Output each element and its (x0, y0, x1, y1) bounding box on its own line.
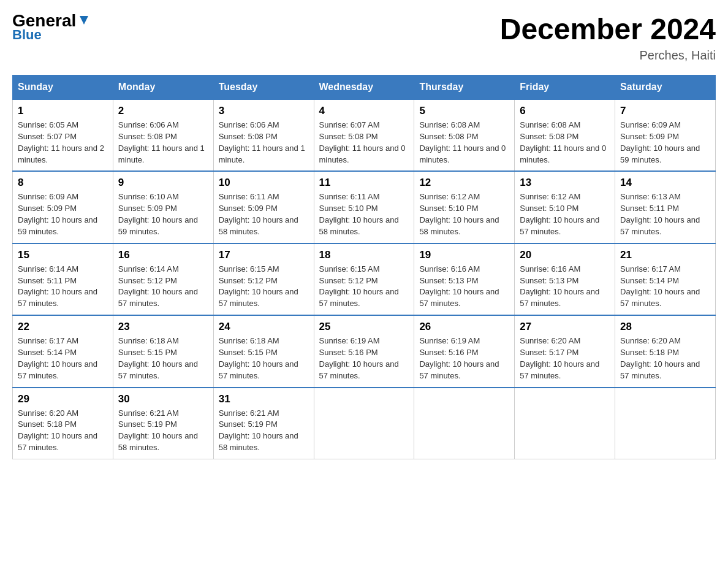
calendar-cell: 14Sunrise: 6:13 AMSunset: 5:11 PMDayligh… (615, 171, 716, 243)
day-info: Sunrise: 6:19 AMSunset: 5:16 PMDaylight:… (419, 335, 509, 381)
calendar-cell: 23Sunrise: 6:18 AMSunset: 5:15 PMDayligh… (113, 315, 213, 387)
day-number: 23 (118, 321, 208, 333)
day-number: 26 (419, 321, 509, 333)
calendar-cell: 31Sunrise: 6:21 AMSunset: 5:19 PMDayligh… (213, 388, 314, 459)
day-number: 27 (520, 321, 610, 333)
day-info: Sunrise: 6:21 AMSunset: 5:19 PMDaylight:… (118, 408, 208, 454)
title-section: December 2024 Perches, Haiti (500, 12, 716, 63)
calendar-cell: 13Sunrise: 6:12 AMSunset: 5:10 PMDayligh… (515, 171, 615, 243)
day-info: Sunrise: 6:07 AMSunset: 5:08 PMDaylight:… (319, 120, 409, 166)
calendar-cell: 6Sunrise: 6:08 AMSunset: 5:08 PMDaylight… (515, 99, 615, 171)
day-info: Sunrise: 6:15 AMSunset: 5:12 PMDaylight:… (219, 264, 309, 310)
day-info: Sunrise: 6:17 AMSunset: 5:14 PMDaylight:… (620, 264, 710, 310)
calendar-cell: 28Sunrise: 6:20 AMSunset: 5:18 PMDayligh… (615, 315, 716, 387)
day-info: Sunrise: 6:20 AMSunset: 5:17 PMDaylight:… (520, 335, 610, 381)
calendar-cell: 5Sunrise: 6:08 AMSunset: 5:08 PMDaylight… (414, 99, 515, 171)
day-info: Sunrise: 6:10 AMSunset: 5:09 PMDaylight:… (118, 191, 208, 237)
day-number: 5 (419, 105, 509, 117)
day-number: 19 (419, 249, 509, 261)
calendar-cell: 15Sunrise: 6:14 AMSunset: 5:11 PMDayligh… (13, 243, 113, 315)
calendar-cell: 4Sunrise: 6:07 AMSunset: 5:08 PMDaylight… (314, 99, 414, 171)
calendar-week-5: 29Sunrise: 6:20 AMSunset: 5:18 PMDayligh… (13, 388, 716, 459)
day-number: 20 (520, 249, 610, 261)
calendar-cell (615, 388, 716, 459)
calendar-cell: 17Sunrise: 6:15 AMSunset: 5:12 PMDayligh… (213, 243, 314, 315)
calendar-cell: 21Sunrise: 6:17 AMSunset: 5:14 PMDayligh… (615, 243, 716, 315)
calendar-table: SundayMondayTuesdayWednesdayThursdayFrid… (12, 75, 716, 459)
day-info: Sunrise: 6:08 AMSunset: 5:08 PMDaylight:… (419, 120, 509, 166)
calendar-cell: 12Sunrise: 6:12 AMSunset: 5:10 PMDayligh… (414, 171, 515, 243)
day-number: 17 (219, 249, 309, 261)
day-number: 18 (319, 249, 409, 261)
day-info: Sunrise: 6:08 AMSunset: 5:08 PMDaylight:… (520, 120, 610, 166)
day-number: 9 (118, 177, 208, 189)
day-info: Sunrise: 6:21 AMSunset: 5:19 PMDaylight:… (219, 408, 309, 454)
day-info: Sunrise: 6:09 AMSunset: 5:09 PMDaylight:… (18, 191, 108, 237)
calendar-cell: 10Sunrise: 6:11 AMSunset: 5:09 PMDayligh… (213, 171, 314, 243)
day-info: Sunrise: 6:14 AMSunset: 5:11 PMDaylight:… (18, 264, 108, 310)
day-info: Sunrise: 6:05 AMSunset: 5:07 PMDaylight:… (18, 120, 108, 166)
day-number: 24 (219, 321, 309, 333)
day-info: Sunrise: 6:17 AMSunset: 5:14 PMDaylight:… (18, 335, 108, 381)
page-subtitle: Perches, Haiti (500, 48, 716, 63)
calendar-cell (414, 388, 515, 459)
day-info: Sunrise: 6:15 AMSunset: 5:12 PMDaylight:… (319, 264, 409, 310)
day-info: Sunrise: 6:14 AMSunset: 5:12 PMDaylight:… (118, 264, 208, 310)
page-title: December 2024 (500, 12, 716, 46)
day-number: 14 (620, 177, 710, 189)
weekday-header-thursday: Thursday (414, 75, 515, 100)
weekday-header-wednesday: Wednesday (314, 75, 414, 100)
weekday-header-tuesday: Tuesday (213, 75, 314, 100)
day-info: Sunrise: 6:18 AMSunset: 5:15 PMDaylight:… (118, 335, 208, 381)
day-number: 25 (319, 321, 409, 333)
weekday-header-saturday: Saturday (615, 75, 716, 100)
calendar-cell: 3Sunrise: 6:06 AMSunset: 5:08 PMDaylight… (213, 99, 314, 171)
day-info: Sunrise: 6:13 AMSunset: 5:11 PMDaylight:… (620, 191, 710, 237)
calendar-cell: 8Sunrise: 6:09 AMSunset: 5:09 PMDaylight… (13, 171, 113, 243)
day-info: Sunrise: 6:18 AMSunset: 5:15 PMDaylight:… (219, 335, 309, 381)
calendar-cell: 19Sunrise: 6:16 AMSunset: 5:13 PMDayligh… (414, 243, 515, 315)
calendar-cell (515, 388, 615, 459)
day-info: Sunrise: 6:20 AMSunset: 5:18 PMDaylight:… (620, 335, 710, 381)
day-info: Sunrise: 6:12 AMSunset: 5:10 PMDaylight:… (419, 191, 509, 237)
day-number: 15 (18, 249, 108, 261)
calendar-cell: 25Sunrise: 6:19 AMSunset: 5:16 PMDayligh… (314, 315, 414, 387)
calendar-cell: 1Sunrise: 6:05 AMSunset: 5:07 PMDaylight… (13, 99, 113, 171)
weekday-header-sunday: Sunday (13, 75, 113, 100)
calendar-cell: 16Sunrise: 6:14 AMSunset: 5:12 PMDayligh… (113, 243, 213, 315)
calendar-cell: 30Sunrise: 6:21 AMSunset: 5:19 PMDayligh… (113, 388, 213, 459)
svg-marker-0 (80, 16, 88, 25)
day-info: Sunrise: 6:06 AMSunset: 5:08 PMDaylight:… (219, 120, 309, 166)
logo-text-blue: Blue (12, 27, 42, 43)
day-info: Sunrise: 6:19 AMSunset: 5:16 PMDaylight:… (319, 335, 409, 381)
day-number: 31 (219, 393, 309, 405)
calendar-cell (314, 388, 414, 459)
day-number: 6 (520, 105, 610, 117)
day-number: 2 (118, 105, 208, 117)
calendar-week-4: 22Sunrise: 6:17 AMSunset: 5:14 PMDayligh… (13, 315, 716, 387)
day-info: Sunrise: 6:16 AMSunset: 5:13 PMDaylight:… (419, 264, 509, 310)
day-number: 29 (18, 393, 108, 405)
day-number: 21 (620, 249, 710, 261)
weekday-header-row: SundayMondayTuesdayWednesdayThursdayFrid… (13, 75, 716, 100)
calendar-week-2: 8Sunrise: 6:09 AMSunset: 5:09 PMDaylight… (13, 171, 716, 243)
day-info: Sunrise: 6:06 AMSunset: 5:08 PMDaylight:… (118, 120, 208, 166)
calendar-cell: 27Sunrise: 6:20 AMSunset: 5:17 PMDayligh… (515, 315, 615, 387)
day-info: Sunrise: 6:16 AMSunset: 5:13 PMDaylight:… (520, 264, 610, 310)
calendar-cell: 18Sunrise: 6:15 AMSunset: 5:12 PMDayligh… (314, 243, 414, 315)
day-number: 13 (520, 177, 610, 189)
day-info: Sunrise: 6:11 AMSunset: 5:10 PMDaylight:… (319, 191, 409, 237)
page-header: General Blue December 2024 Perches, Hait… (12, 12, 716, 63)
calendar-week-3: 15Sunrise: 6:14 AMSunset: 5:11 PMDayligh… (13, 243, 716, 315)
day-number: 12 (419, 177, 509, 189)
calendar-cell: 24Sunrise: 6:18 AMSunset: 5:15 PMDayligh… (213, 315, 314, 387)
calendar-cell: 22Sunrise: 6:17 AMSunset: 5:14 PMDayligh… (13, 315, 113, 387)
day-number: 28 (620, 321, 710, 333)
day-number: 1 (18, 105, 108, 117)
day-number: 3 (219, 105, 309, 117)
calendar-cell: 2Sunrise: 6:06 AMSunset: 5:08 PMDaylight… (113, 99, 213, 171)
calendar-cell: 26Sunrise: 6:19 AMSunset: 5:16 PMDayligh… (414, 315, 515, 387)
day-number: 30 (118, 393, 208, 405)
calendar-cell: 20Sunrise: 6:16 AMSunset: 5:13 PMDayligh… (515, 243, 615, 315)
calendar-cell: 9Sunrise: 6:10 AMSunset: 5:09 PMDaylight… (113, 171, 213, 243)
